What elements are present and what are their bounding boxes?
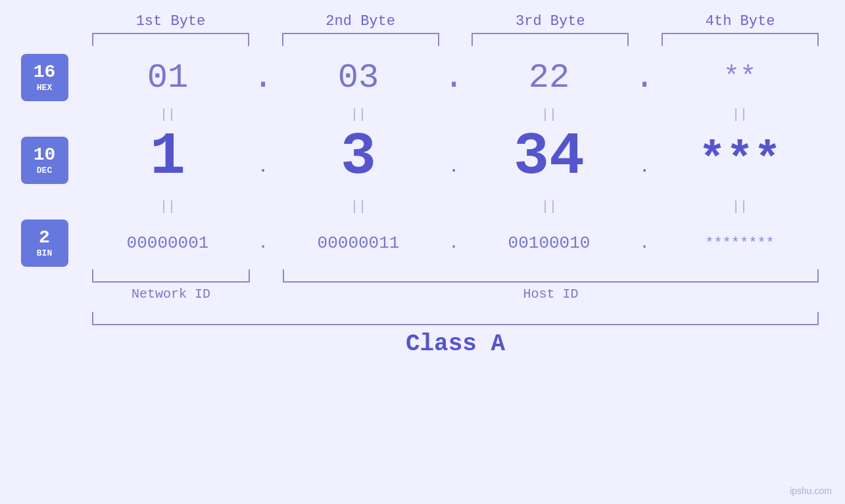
bin-row: 2 BIN 00000001 . 00000011 . 00100010 . <box>0 219 845 267</box>
network-id-label: Network ID <box>92 286 250 302</box>
eq-2-b2: || <box>279 193 437 219</box>
bottom-bracket-row <box>0 269 845 283</box>
bracket-3 <box>471 33 629 46</box>
main-container: 1st Byte 2nd Byte 3rd Byte 4th Byte 16 H… <box>0 0 845 504</box>
hex-dot-3: . <box>628 58 661 97</box>
bracket-2 <box>282 33 439 46</box>
bracket-gap-1 <box>250 269 283 283</box>
byte-headers: 1st Byte 2nd Byte 3rd Byte 4th Byte <box>0 13 845 30</box>
watermark: ipshu.com <box>790 486 832 496</box>
eq-2-b3: || <box>470 193 628 219</box>
class-label: Class A <box>406 331 505 357</box>
dec-b4: *** <box>661 135 819 187</box>
host-id-bracket <box>283 269 819 283</box>
network-id-bracket <box>92 269 250 283</box>
bracket-1 <box>92 33 249 46</box>
dec-dot-3: . <box>628 160 661 187</box>
equals-row-2: || || || || <box>0 193 845 219</box>
dec-dot-1: . <box>247 160 279 187</box>
hex-b4: ** <box>661 62 819 93</box>
class-label-row: Class A <box>0 331 845 357</box>
dec-values: 1 . 3 . 34 . *** <box>89 127 845 193</box>
class-badge-spacer <box>0 312 92 325</box>
byte1-header: 1st Byte <box>92 13 249 30</box>
id-labels-row: Network ID Host ID <box>0 283 845 302</box>
dec-b1: 1 <box>89 127 247 187</box>
hex-b1: 01 <box>89 58 247 97</box>
dec-row: 10 DEC 1 . 3 . 34 . *** <box>0 127 845 193</box>
dec-b2: 3 <box>279 127 437 187</box>
class-label-spacer <box>0 331 92 357</box>
labels-gap <box>250 286 283 302</box>
hex-b2: 03 <box>279 58 437 97</box>
bin-b3: 00100010 <box>470 233 628 253</box>
bin-b1: 00000001 <box>89 233 247 253</box>
eq-2-b4: || <box>661 193 819 219</box>
eq-2-b1: || <box>89 193 247 219</box>
bottom-brackets-wrapper <box>92 269 845 283</box>
bin-dot-2: . <box>437 233 470 253</box>
bottom-badge-spacer <box>0 269 92 283</box>
hex-b3: 22 <box>470 58 628 97</box>
dec-badge: 10 DEC <box>21 137 68 184</box>
dec-badge-col: 10 DEC <box>0 137 89 184</box>
bin-values: 00000001 . 00000011 . 00100010 . *******… <box>89 233 845 253</box>
equals-row-1: || || || || <box>0 101 845 127</box>
host-id-label: Host ID <box>283 286 819 302</box>
top-brackets <box>0 33 845 46</box>
class-bracket-row <box>0 312 845 325</box>
hex-badge: 16 HEX <box>21 54 68 101</box>
class-bracket <box>92 312 819 325</box>
bin-b4: ******** <box>661 235 819 252</box>
eq-values-2: || || || || <box>89 193 845 219</box>
byte2-header: 2nd Byte <box>282 13 439 30</box>
byte4-header: 4th Byte <box>662 13 819 30</box>
labels-badge-spacer <box>0 283 92 302</box>
byte3-header: 3rd Byte <box>471 13 629 30</box>
eq-1-b4: || <box>661 101 819 127</box>
class-label-wrapper: Class A <box>92 331 845 357</box>
dec-b3: 34 <box>470 127 628 187</box>
bin-dot-3: . <box>628 233 661 253</box>
hex-dot-2: . <box>437 58 470 97</box>
eq-values-1: || || || || <box>89 101 845 127</box>
bin-dot-1: . <box>247 233 279 253</box>
bracket-4 <box>662 33 819 46</box>
bin-b2: 00000011 <box>279 233 437 253</box>
class-bracket-wrapper <box>92 312 845 325</box>
hex-values: 01 . 03 . 22 . ** <box>89 58 845 97</box>
hex-dot-1: . <box>247 58 279 97</box>
hex-row: 16 HEX 01 . 03 . 22 . ** <box>0 54 845 101</box>
dec-dot-2: . <box>437 160 470 187</box>
id-labels-wrapper: Network ID Host ID <box>92 286 845 302</box>
bin-badge: 2 BIN <box>21 219 68 267</box>
hex-badge-col: 16 HEX <box>0 54 89 101</box>
bin-badge-col: 2 BIN <box>0 219 89 267</box>
